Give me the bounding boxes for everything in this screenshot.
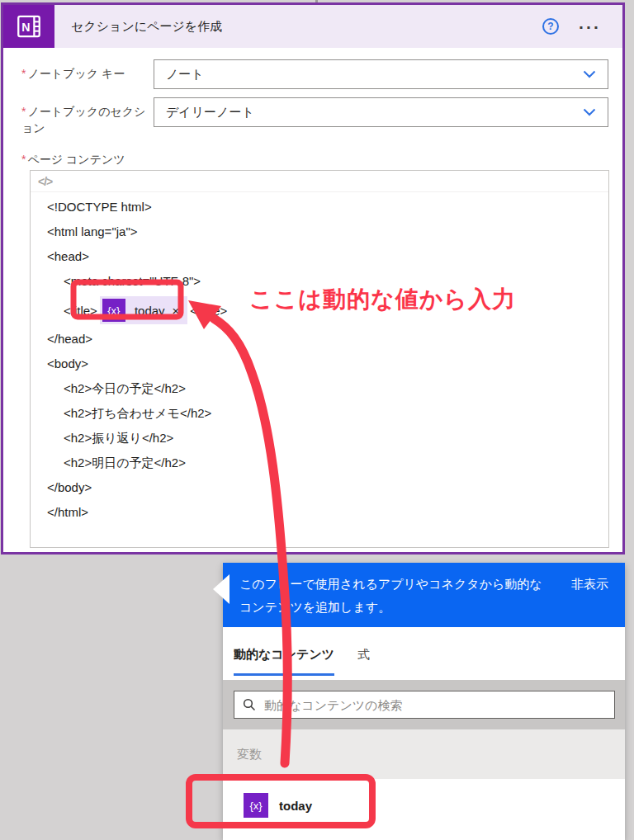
onenote-tile: N	[3, 5, 54, 48]
code-line: <h2>打ち合わせメモ</h2>	[47, 401, 608, 426]
help-icon[interactable]: ?	[542, 18, 559, 35]
chevron-down-icon	[583, 70, 596, 78]
code-line: <head>	[47, 244, 608, 269]
action-title: セクションにページを作成	[71, 19, 222, 35]
code-line: <h2>今日の予定</h2>	[47, 376, 608, 401]
field-label-page-content: ページ コンテンツ	[27, 153, 125, 166]
banner-text: このフローで使用されるアプリやコネクタから動的なコンテンツを追加します。	[239, 573, 546, 627]
notebook-section-dropdown[interactable]: デイリーノート	[154, 97, 608, 127]
page-content-editor[interactable]: </> <!DOCTYPE html> <html lang="ja"> <he…	[30, 170, 609, 548]
dynamic-content-item-today[interactable]: {x} today	[223, 779, 625, 832]
title-close-tag: </title>	[190, 304, 227, 318]
required-mark: *	[21, 105, 26, 118]
field-notebook-key: *ノートブック キー ノート	[21, 59, 608, 89]
code-line-title: <title> {x} today × </title>	[47, 294, 608, 327]
chevron-down-icon	[583, 108, 596, 116]
more-menu-icon[interactable]: ···	[579, 18, 601, 35]
notebook-key-dropdown[interactable]: ノート	[154, 59, 608, 89]
variables-section-label: 変数	[237, 747, 262, 762]
notebook-section-value: デイリーノート	[166, 105, 254, 120]
variable-icon: {x}	[102, 299, 125, 322]
editor-toolbar: </>	[31, 171, 608, 192]
panel-banner: このフローで使用されるアプリやコネクタから動的なコンテンツを追加します。 非表示	[223, 563, 625, 627]
code-line: </body>	[47, 475, 608, 500]
required-mark: *	[21, 67, 26, 80]
action-card-header[interactable]: N セクションにページを作成 ? ···	[3, 5, 622, 48]
search-band	[223, 680, 625, 729]
search-icon	[243, 698, 256, 711]
tab-dynamic-content[interactable]: 動的なコンテンツ	[234, 647, 334, 676]
code-line: <h2>明日の予定</h2>	[47, 451, 608, 475]
field-label-notebook-key: ノートブック キー	[27, 67, 125, 80]
code-view-icon[interactable]: </>	[38, 175, 52, 188]
callout-notch	[213, 574, 229, 604]
code-line: <body>	[47, 352, 608, 376]
notebook-key-value: ノート	[166, 67, 204, 83]
code-area[interactable]: <!DOCTYPE html> <html lang="ja"> <head> …	[31, 192, 608, 525]
svg-text:N: N	[21, 21, 30, 34]
code-line: </html>	[47, 500, 608, 525]
token-close-icon[interactable]: ×	[173, 304, 188, 318]
required-mark: *	[21, 153, 26, 166]
code-line: <html lang="ja">	[47, 219, 608, 244]
action-card-create-page-in-section: N セクションにページを作成 ? ··· *ノートブック キー ノート *ノート…	[1, 2, 625, 554]
code-line: <h2>振り返り</h2>	[47, 426, 608, 451]
variables-section-header: 変数	[223, 729, 625, 779]
search-input[interactable]	[264, 698, 606, 712]
hide-button[interactable]: 非表示	[571, 573, 608, 627]
tab-expression[interactable]: 式	[357, 647, 370, 673]
code-line: </head>	[47, 327, 608, 352]
search-box[interactable]	[234, 691, 615, 719]
dynamic-token-today[interactable]: {x} today ×	[100, 296, 187, 324]
code-line: <meta charset="UTF-8">	[47, 269, 608, 294]
token-label: today	[125, 304, 173, 318]
field-label-notebook-section: ノートブックのセクション	[21, 105, 145, 134]
title-open-tag: <title>	[64, 304, 97, 318]
panel-tabs: 動的なコンテンツ 式	[223, 627, 625, 680]
field-notebook-section: *ノートブックのセクション デイリーノート	[21, 97, 608, 136]
variable-icon: {x}	[244, 793, 268, 818]
item-label: today	[279, 799, 312, 813]
code-line: <!DOCTYPE html>	[47, 195, 608, 219]
onenote-icon: N	[15, 12, 43, 40]
dynamic-content-panel: このフローで使用されるアプリやコネクタから動的なコンテンツを追加します。 非表示…	[223, 563, 625, 840]
